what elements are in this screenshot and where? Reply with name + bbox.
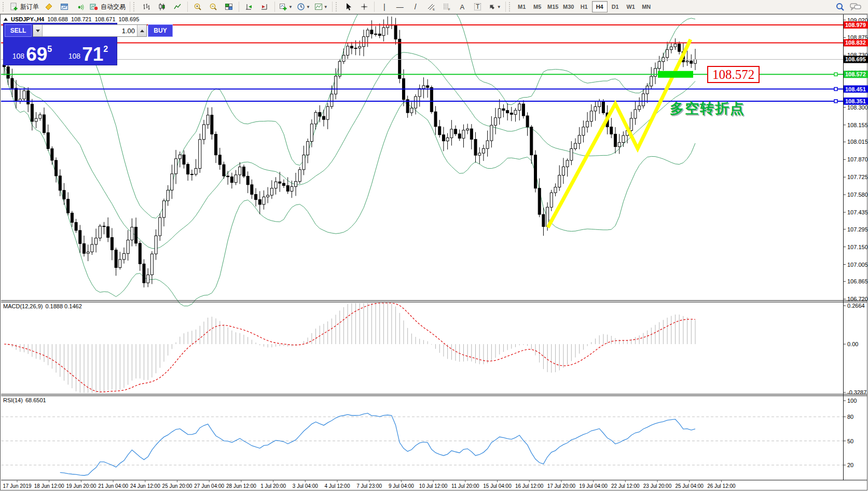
svg-text:28 Jun 12:00: 28 Jun 12:00 <box>226 483 256 489</box>
line-chart-button[interactable] <box>170 1 185 13</box>
svg-text:18 Jun 12:00: 18 Jun 12:00 <box>34 483 64 489</box>
chat-icon[interactable] <box>850 2 861 11</box>
macd-indicator-label: MACD(12,26,9)0.1888 0.1462 <box>3 303 82 309</box>
svg-text:17 Jul 20:00: 17 Jul 20:00 <box>547 483 576 489</box>
horizontal-line-icon: — <box>396 3 404 10</box>
svg-text:24 Jun 12:00: 24 Jun 12:00 <box>130 483 160 489</box>
crosshair-icon <box>360 3 368 11</box>
svg-text:108.695: 108.695 <box>845 56 866 62</box>
candlestick-icon <box>158 3 166 11</box>
collapse-trade-panel-icon[interactable] <box>4 18 8 21</box>
chart-title-row: USDJPY-,H4 108.688 108.721 108.671 108.6… <box>4 16 139 22</box>
volume-increase-button[interactable] <box>137 25 146 36</box>
bar-chart-icon <box>142 3 150 11</box>
text-label-icon: T <box>474 3 481 10</box>
buy-price-sup: 2 <box>103 45 108 54</box>
svg-text:80: 80 <box>847 414 853 420</box>
svg-text:11 Jul 20:00: 11 Jul 20:00 <box>451 483 479 489</box>
periods-button[interactable]: ▼ <box>295 1 312 13</box>
cursor-button[interactable] <box>341 1 356 13</box>
zoom-out-button[interactable] <box>205 1 221 13</box>
svg-text:108.572: 108.572 <box>845 71 866 77</box>
timeframe-w1-button[interactable]: W1 <box>623 1 639 12</box>
channel-button[interactable]: E <box>423 1 439 13</box>
signal-icon <box>76 3 84 11</box>
arrows-button[interactable]: ▼ <box>486 1 503 13</box>
svg-text:107.150: 107.150 <box>847 244 868 250</box>
timeframe-m5-button[interactable]: M5 <box>530 1 545 12</box>
timeframe-mn-button[interactable]: MN <box>639 1 654 12</box>
ohlc-open: 108.688 <box>47 16 68 22</box>
bar-chart-button[interactable] <box>139 1 154 13</box>
macd-values: 0.1888 0.1462 <box>45 303 81 309</box>
text-label-button[interactable]: T <box>470 1 486 13</box>
templates-button[interactable]: ▼ <box>312 1 330 13</box>
auto-scroll-button[interactable] <box>241 1 257 13</box>
toolbar-grip <box>133 2 136 11</box>
toolbar-grip <box>3 2 5 11</box>
volume-decrease-button[interactable] <box>33 25 43 36</box>
svg-text:108.351: 108.351 <box>845 98 866 104</box>
svg-text:0.00: 0.00 <box>847 341 858 347</box>
autotrading-button[interactable]: 自动交易 <box>88 1 128 13</box>
chart-shift-button[interactable] <box>257 1 272 13</box>
metaeditor-button[interactable] <box>41 1 57 13</box>
cursor-icon <box>345 3 352 11</box>
sell-price[interactable]: 108 69 5 <box>5 38 60 64</box>
price-axis: 109.020108.875108.730108.585108.440108.3… <box>844 17 868 303</box>
rsi-value: 68.6501 <box>25 397 46 403</box>
zigzag-trendline[interactable] <box>548 39 691 227</box>
volume-input[interactable] <box>43 25 137 36</box>
crosshair-button[interactable] <box>356 1 372 13</box>
ohlc-high: 108.721 <box>71 16 92 22</box>
channel-icon: E <box>427 3 435 11</box>
chart-title: USDJPY-,H4 <box>11 16 44 22</box>
svg-text:1 Jul 20:00: 1 Jul 20:00 <box>260 483 286 489</box>
tile-windows-button[interactable] <box>221 1 237 13</box>
svg-text:22 Jul 12:00: 22 Jul 12:00 <box>611 483 640 489</box>
timeframe-m1-button[interactable]: M1 <box>514 1 530 12</box>
svg-text:17 Jun 2019: 17 Jun 2019 <box>3 483 31 489</box>
zoom-in-button[interactable] <box>190 1 205 13</box>
svg-text:108.979: 108.979 <box>845 22 866 28</box>
svg-text:10 Jul 12:00: 10 Jul 12:00 <box>419 483 448 489</box>
charts-button[interactable] <box>57 1 72 13</box>
rsi-panel: 100805020 <box>1 398 857 475</box>
timeframe-h1-button[interactable]: H1 <box>576 1 592 12</box>
svg-text:106.865: 106.865 <box>847 278 868 284</box>
timeframe-m15-button[interactable]: M15 <box>545 1 561 12</box>
svg-text:25 Jul 04:00: 25 Jul 04:00 <box>675 483 704 489</box>
line-chart-icon <box>173 3 182 11</box>
annotation-text[interactable]: 多空转折点 <box>670 99 745 118</box>
text-tool-icon: A <box>460 4 464 10</box>
timeframe-m30-button[interactable]: M30 <box>561 1 576 12</box>
new-order-button[interactable]: 新订单 <box>8 1 41 13</box>
svg-text:25 Jun 20:00: 25 Jun 20:00 <box>162 483 192 489</box>
signals-button[interactable] <box>72 1 88 13</box>
text-button[interactable]: A <box>454 1 470 13</box>
svg-text:19 Jul 04:00: 19 Jul 04:00 <box>579 483 608 489</box>
fibonacci-button[interactable]: F <box>439 1 454 13</box>
vertical-line-icon: | <box>383 3 385 10</box>
horizontal-line-button[interactable]: — <box>392 1 408 13</box>
timeframe-d1-button[interactable]: D1 <box>608 1 623 12</box>
buy-button[interactable]: BUY <box>148 24 173 37</box>
search-icon[interactable] <box>835 2 845 11</box>
dropdown-arrow-icon: ▼ <box>306 5 310 9</box>
green-highlight-bar[interactable] <box>658 71 693 78</box>
chart-shift-icon <box>260 3 269 11</box>
indicators-button[interactable]: ▼ <box>277 1 295 13</box>
sell-button[interactable]: SELL <box>5 24 32 37</box>
tile-windows-icon <box>225 3 233 11</box>
timeframe-h4-button[interactable]: H4 <box>592 1 608 12</box>
vertical-line-button[interactable]: | <box>377 1 392 13</box>
price-callout-box[interactable]: 108.572 <box>707 66 760 83</box>
trendline-button[interactable]: / <box>408 1 423 13</box>
svg-text:19 Jun 20:00: 19 Jun 20:00 <box>66 483 96 489</box>
arrows-icon <box>488 3 496 11</box>
buy-price[interactable]: 108 71 2 <box>61 38 116 64</box>
candlestick-button[interactable] <box>154 1 170 13</box>
sell-price-big: 69 <box>26 46 47 62</box>
svg-text:23 Jul 20:00: 23 Jul 20:00 <box>643 483 672 489</box>
svg-text:27 Jun 04:00: 27 Jun 04:00 <box>194 483 224 489</box>
